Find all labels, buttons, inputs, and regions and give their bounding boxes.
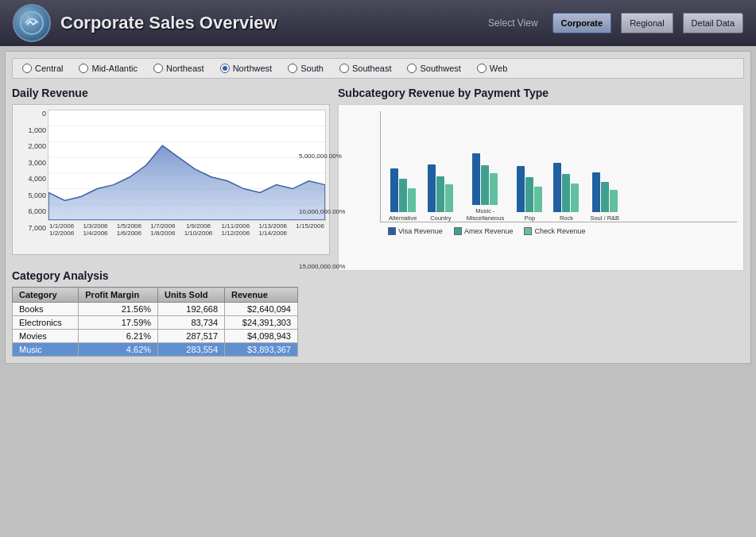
bar [534,187,542,212]
bar-group: Pop [517,166,542,222]
x-axis-bottom: 1/8/2006 [150,230,175,237]
legend-label: Amex Revenue [464,227,514,235]
bar [399,179,407,212]
y-axis-label: 0 [16,110,46,118]
legend-item: Amex Revenue [454,227,514,235]
x-axis-bottom: 1/14/2006 [258,230,287,237]
svg-marker-7 [48,145,325,220]
view-btn-corporate[interactable]: Corporate [552,13,612,33]
table-cell: $2,640,094 [225,303,298,316]
table-header: Category [13,288,79,303]
region-tab-northwest[interactable]: Northwest [220,64,273,73]
table-header: Profit Margin [79,288,158,303]
region-tab-central[interactable]: Central [22,64,63,73]
chart-area [48,110,326,221]
region-tab-label: Northeast [166,64,204,73]
bar-label: Music - Miscellaneous [464,207,506,222]
table-cell: Books [13,303,79,316]
right-column: Subcategory Revenue by Payment Type 15,0… [338,87,744,357]
region-tab-southwest[interactable]: Southwest [407,64,460,73]
select-view-label: Select View [488,17,537,29]
category-analysis-section: Category Analysis CategoryProfit MarginU… [12,269,330,357]
bar-group: Country [428,164,453,222]
region-tab-label: Northwest [233,64,273,73]
bar-y-axis-label: 5,000,000.00% [299,153,334,160]
radio-circle [153,64,163,73]
table-cell: $24,391,303 [225,316,298,330]
table-row[interactable]: Books21.56%192,668$2,640,094 [13,303,298,316]
bar-group-bars [390,168,416,212]
bar-label: Country [430,214,451,222]
x-axis-top: 1/7/2006 [150,222,175,230]
content-area: Daily Revenue 7,0006,0005,0004,0003,0002… [12,87,744,357]
bar [592,172,600,212]
region-tab-label: Web [490,64,507,73]
region-tab-northeast[interactable]: Northeast [153,64,204,73]
x-axis-bottom: 1/4/2006 [83,230,107,237]
bar-chart: 15,000,000.00%10,000,000.00%5,000,000.00… [338,104,744,271]
left-column: Daily Revenue 7,0006,0005,0004,0003,0002… [12,87,330,357]
table-cell: 6.21% [79,330,158,343]
app-logo [13,4,51,42]
region-tab-label: Mid-Atlantic [91,64,137,73]
bar [553,163,561,212]
x-axis-label-group: 1/5/20061/6/2006 [117,222,142,237]
radio-circle [220,64,230,73]
daily-revenue-title: Daily Revenue [12,87,330,99]
region-tab-southeast[interactable]: Southeast [339,64,392,73]
table-cell: $3,893,367 [225,343,298,357]
table-cell: Movies [13,330,79,343]
daily-revenue-section: Daily Revenue 7,0006,0005,0004,0003,0002… [12,87,330,255]
x-axis-top: 1/13/2006 [258,222,287,230]
x-axis-top: 1/5/2006 [117,222,142,230]
main-panel: CentralMid-AtlanticNortheastNorthwestSou… [5,51,751,364]
bar [390,168,398,212]
table-row[interactable]: Movies6.21%287,517$4,098,943 [13,330,298,343]
bar [472,153,480,205]
bar [562,174,570,212]
radio-circle [22,64,32,73]
legend-item: Check Revenue [524,227,585,235]
daily-revenue-chart: 7,0006,0005,0004,0003,0002,0001,0000 [12,104,330,255]
table-row[interactable]: Music4.62%283,554$3,893,367 [13,343,298,357]
bar-group: Rock [553,163,579,222]
header: Corporate Sales Overview Select View Cor… [0,0,756,46]
legend-label: Visa Revenue [398,227,443,235]
region-tab-mid-atlantic[interactable]: Mid-Atlantic [79,64,137,73]
bar [436,176,444,212]
table-cell: 287,517 [158,330,225,343]
view-btn-detail-data[interactable]: Detail Data [683,13,743,33]
x-axis-top: 1/3/2006 [83,222,107,230]
bar [408,188,416,212]
x-axis-label-group: 1/7/20061/8/2006 [150,222,175,237]
table-cell: 21.56% [79,303,158,316]
x-axis-top: 1/1/2006 [49,222,74,230]
radio-circle [288,64,297,73]
bar [517,166,525,212]
region-tab-south[interactable]: South [288,64,324,73]
x-axis-label-group: 1/3/20061/4/2006 [83,222,107,237]
bar-group-bars [517,166,542,212]
region-tabs: CentralMid-AtlanticNortheastNorthwestSou… [12,58,744,79]
view-btn-regional[interactable]: Regional [621,13,673,33]
table-row[interactable]: Electronics17.59%83,734$24,391,303 [13,316,298,330]
radio-circle [477,64,487,73]
region-tab-label: Southwest [420,64,460,73]
bar-group-bars [592,172,618,212]
bar-group-bars [472,153,498,205]
x-axis-label-group: 1/13/20061/14/2006 [258,222,287,237]
bars-row: AlternativeCountryMusic - MiscellaneousP… [380,111,737,222]
x-axis: 1/1/20061/2/20061/3/20061/4/20061/5/2006… [48,222,326,237]
y-axis-label: 4,000 [16,175,46,183]
subcategory-revenue-section: Subcategory Revenue by Payment Type 15,0… [338,87,744,271]
table-cell: 17.59% [79,316,158,330]
region-tab-web[interactable]: Web [477,64,507,73]
bar-group-bars [553,163,579,212]
table-header: Revenue [225,288,298,303]
bar-group: Soul / R&B [590,172,619,222]
bar-group: Music - Miscellaneous [464,153,506,222]
bar-group-bars [428,164,453,212]
bar-y-axis: 15,000,000.00%10,000,000.00%5,000,000.00… [299,105,337,270]
x-axis-bottom: 1/6/2006 [117,230,142,237]
region-tab-label: Southeast [352,64,392,73]
